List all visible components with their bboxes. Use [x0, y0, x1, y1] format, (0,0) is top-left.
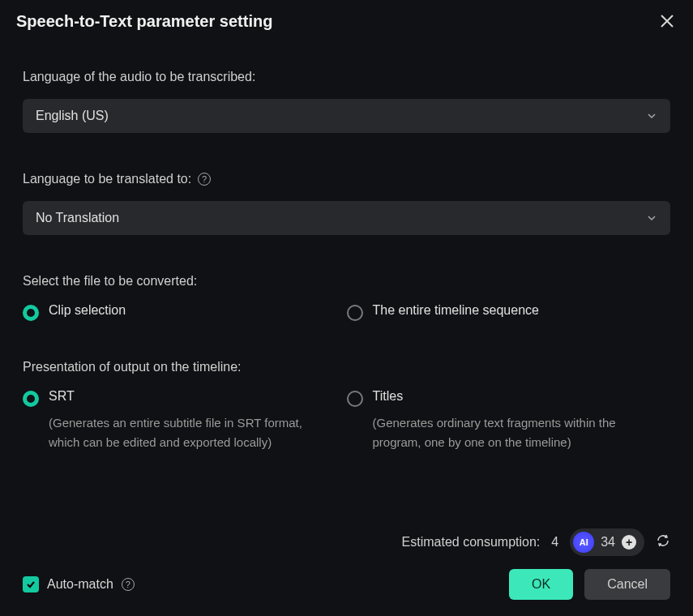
radio-indicator — [23, 391, 39, 407]
translate-language-value: No Translation — [36, 211, 119, 225]
help-icon[interactable]: ? — [198, 173, 211, 186]
radio-indicator — [23, 305, 39, 321]
check-icon — [25, 579, 36, 590]
chevron-down-icon — [646, 212, 657, 224]
radio-label: Clip selection — [49, 303, 126, 318]
checkbox-indicator — [23, 576, 39, 592]
ok-button[interactable]: OK — [509, 569, 573, 600]
auto-match-checkbox[interactable]: Auto-match ? — [23, 576, 135, 592]
radio-desc: (Generates ordinary text fragments withi… — [373, 413, 655, 452]
translate-language-label: Language to be translated to: — [23, 172, 191, 186]
radio-clip-selection[interactable]: Clip selection — [23, 303, 331, 321]
dialog-footer: Auto-match ? OK Cancel — [0, 569, 693, 616]
radio-srt[interactable]: SRT — [23, 389, 331, 407]
close-button[interactable] — [657, 11, 677, 31]
radio-indicator — [347, 391, 363, 407]
radio-indicator — [347, 305, 363, 321]
chevron-down-icon — [646, 110, 657, 122]
radio-label: SRT — [49, 389, 75, 404]
radio-desc: (Generates an entire subtitle file in SR… — [49, 413, 331, 452]
credit-value: 34 — [601, 535, 615, 550]
translate-language-select[interactable]: No Translation — [23, 201, 670, 235]
consumption-label: Estimated consumption: — [402, 535, 541, 550]
file-select-label: Select the file to be converted: — [23, 274, 197, 289]
ai-icon: AI — [573, 532, 594, 553]
auto-match-label: Auto-match — [47, 577, 113, 592]
cancel-button[interactable]: Cancel — [584, 569, 670, 600]
radio-entire-timeline[interactable]: The entire timeline sequence — [347, 303, 655, 321]
dialog-body: Language of the audio to be transcribed:… — [0, 37, 693, 528]
refresh-icon — [656, 533, 670, 548]
audio-language-select[interactable]: English (US) — [23, 99, 670, 133]
radio-label: Titles — [373, 389, 404, 404]
audio-language-section: Language of the audio to be transcribed:… — [23, 70, 670, 133]
consumption-row: Estimated consumption: 4 AI 34 + — [0, 528, 693, 569]
audio-language-label: Language of the audio to be transcribed: — [23, 70, 255, 84]
radio-titles[interactable]: Titles — [347, 389, 655, 407]
translate-language-section: Language to be translated to: ? No Trans… — [23, 172, 670, 235]
presentation-section: Presentation of output on the timeline: … — [23, 360, 670, 452]
dialog-title: Speech-to-Text parameter setting — [16, 12, 272, 31]
plus-icon: + — [622, 535, 636, 550]
consumption-value: 4 — [551, 535, 558, 550]
help-icon[interactable]: ? — [122, 578, 135, 591]
file-select-section: Select the file to be converted: Clip se… — [23, 274, 670, 321]
presentation-label: Presentation of output on the timeline: — [23, 360, 242, 374]
ai-credit-badge[interactable]: AI 34 + — [570, 528, 644, 556]
refresh-button[interactable] — [656, 533, 670, 551]
speech-to-text-dialog: Speech-to-Text parameter setting Languag… — [0, 0, 693, 616]
close-icon — [660, 14, 674, 28]
radio-label: The entire timeline sequence — [373, 303, 539, 318]
audio-language-value: English (US) — [36, 109, 109, 123]
dialog-header: Speech-to-Text parameter setting — [0, 0, 693, 37]
